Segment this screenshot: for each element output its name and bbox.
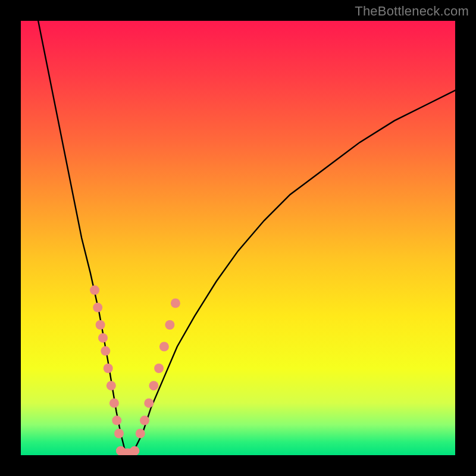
marker-dot — [171, 299, 180, 308]
marker-dot — [144, 398, 154, 408]
marker-dot — [140, 416, 149, 425]
marker-dot — [165, 320, 174, 330]
chart-frame: TheBottleneck.com — [0, 0, 476, 476]
marker-dot — [112, 416, 121, 425]
marker-dot — [130, 446, 139, 455]
marker-dot — [93, 303, 102, 312]
marker-dot — [96, 320, 105, 330]
marker-dot — [90, 286, 99, 295]
marker-dot — [149, 381, 158, 390]
marker-dot — [114, 429, 124, 439]
marker-dot — [109, 398, 119, 408]
curve-layer — [21, 21, 455, 455]
marker-dot — [98, 333, 108, 343]
bottleneck-curve — [38, 21, 455, 455]
marker-dot — [101, 346, 110, 356]
watermark-text: TheBottleneck.com — [355, 4, 469, 19]
plot-area — [21, 21, 455, 455]
marker-dot — [107, 381, 116, 390]
marker-dot — [104, 364, 113, 373]
marker-dot — [154, 364, 164, 373]
marker-dot — [159, 342, 169, 352]
marker-dot — [136, 429, 145, 439]
